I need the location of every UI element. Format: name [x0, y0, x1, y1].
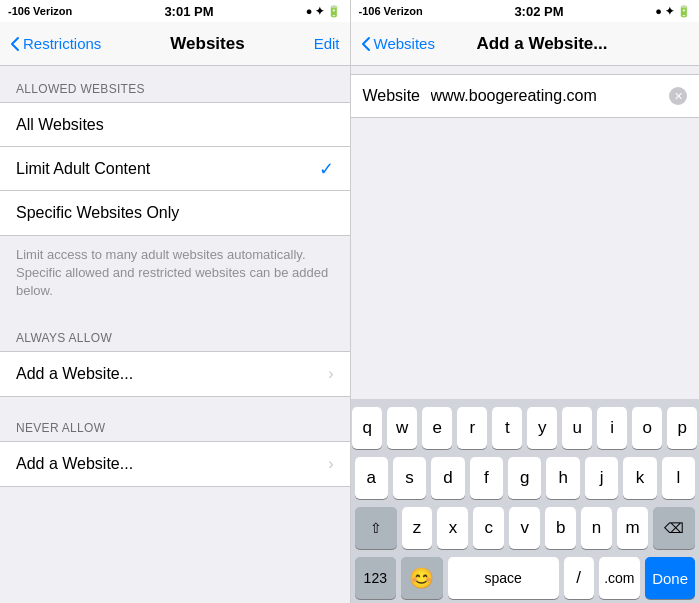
- left-nav-bar: Restrictions Websites Edit: [0, 22, 350, 66]
- keyboard-bottom-row: 123 😊 space / .com Done: [355, 557, 696, 599]
- restrictions-back-button[interactable]: Restrictions: [10, 35, 101, 52]
- done-key[interactable]: Done: [645, 557, 695, 599]
- always-allow-list: Add a Website... ›: [0, 351, 350, 397]
- keyboard-row-3: ⇧ z x c v b n m ⌫: [355, 507, 696, 549]
- key-w[interactable]: w: [387, 407, 417, 449]
- right-phone-panel: -106 Verizon 3:02 PM ● ✦ 🔋 Websites Add …: [350, 0, 700, 603]
- key-k[interactable]: k: [623, 457, 656, 499]
- left-time: 3:01 PM: [164, 4, 213, 19]
- never-allow-chevron-icon: ›: [328, 455, 333, 473]
- key-y[interactable]: y: [527, 407, 557, 449]
- key-u[interactable]: u: [562, 407, 592, 449]
- key-f[interactable]: f: [470, 457, 503, 499]
- backspace-key[interactable]: ⌫: [653, 507, 695, 549]
- key-e[interactable]: e: [422, 407, 452, 449]
- allowed-websites-header: ALLOWED WEBSITES: [0, 66, 350, 102]
- checkmark-icon: ✓: [319, 158, 334, 180]
- left-content: ALLOWED WEBSITES All Websites Limit Adul…: [0, 66, 350, 603]
- left-status-icons: ● ✦ 🔋: [306, 5, 342, 18]
- slash-key[interactable]: /: [564, 557, 594, 599]
- right-time: 3:02 PM: [514, 4, 563, 19]
- key-o[interactable]: o: [632, 407, 662, 449]
- key-b[interactable]: b: [545, 507, 576, 549]
- key-g[interactable]: g: [508, 457, 541, 499]
- edit-button[interactable]: Edit: [314, 35, 340, 52]
- always-allow-add-label: Add a Website...: [16, 365, 133, 383]
- left-carrier: -106 Verizon: [8, 5, 72, 17]
- key-s[interactable]: s: [393, 457, 426, 499]
- left-status-bar: -106 Verizon 3:01 PM ● ✦ 🔋: [0, 0, 350, 22]
- keyboard-row-1: q w e r t y u i o p: [355, 407, 696, 449]
- always-allow-add-item[interactable]: Add a Website... ›: [0, 352, 350, 396]
- right-back-label: Websites: [374, 35, 435, 52]
- key-l[interactable]: l: [662, 457, 695, 499]
- back-label: Restrictions: [23, 35, 101, 52]
- key-n[interactable]: n: [581, 507, 612, 549]
- keyboard-row-2: a s d f g h j k l: [355, 457, 696, 499]
- right-status-bar: -106 Verizon 3:02 PM ● ✦ 🔋: [351, 0, 700, 22]
- key-h[interactable]: h: [546, 457, 579, 499]
- right-back-chevron-icon: [361, 36, 371, 52]
- specific-websites-label: Specific Websites Only: [16, 204, 179, 222]
- website-input-label: Website: [363, 87, 423, 105]
- never-allow-list: Add a Website... ›: [0, 441, 350, 487]
- always-allow-header: ALWAYS ALLOW: [0, 315, 350, 351]
- key-x[interactable]: x: [437, 507, 468, 549]
- key-i[interactable]: i: [597, 407, 627, 449]
- right-nav-bar: Websites Add a Website...: [351, 22, 700, 66]
- all-websites-label: All Websites: [16, 116, 104, 134]
- right-status-icons: ● ✦ 🔋: [655, 5, 691, 18]
- shift-key[interactable]: ⇧: [355, 507, 397, 549]
- websites-back-button[interactable]: Websites: [361, 35, 435, 52]
- key-t[interactable]: t: [492, 407, 522, 449]
- right-carrier: -106 Verizon: [359, 5, 423, 17]
- left-nav-title: Websites: [170, 34, 244, 54]
- never-allow-add-item[interactable]: Add a Website... ›: [0, 442, 350, 486]
- key-v[interactable]: v: [509, 507, 540, 549]
- key-p[interactable]: p: [667, 407, 697, 449]
- hint-text: Limit access to many adult websites auto…: [0, 236, 350, 315]
- website-input[interactable]: [431, 87, 662, 105]
- key-q[interactable]: q: [352, 407, 382, 449]
- specific-websites-item[interactable]: Specific Websites Only: [0, 191, 350, 235]
- keyboard: q w e r t y u i o p a s d f g h j k l ⇧ …: [351, 399, 700, 603]
- key-c[interactable]: c: [473, 507, 504, 549]
- key-z[interactable]: z: [402, 507, 433, 549]
- website-input-row: Website ✕: [351, 74, 700, 118]
- emoji-key[interactable]: 😊: [401, 557, 443, 599]
- right-nav-title: Add a Website...: [476, 34, 607, 54]
- space-key[interactable]: space: [448, 557, 559, 599]
- key-m[interactable]: m: [617, 507, 648, 549]
- always-allow-chevron-icon: ›: [328, 365, 333, 383]
- limit-adult-label: Limit Adult Content: [16, 160, 150, 178]
- key-j[interactable]: j: [585, 457, 618, 499]
- clear-input-button[interactable]: ✕: [669, 87, 687, 105]
- all-websites-item[interactable]: All Websites: [0, 103, 350, 147]
- back-chevron-icon: [10, 36, 20, 52]
- never-allow-header: NEVER ALLOW: [0, 405, 350, 441]
- never-allow-add-label: Add a Website...: [16, 455, 133, 473]
- empty-area: [351, 118, 700, 399]
- allowed-websites-list: All Websites Limit Adult Content ✓ Speci…: [0, 102, 350, 236]
- numbers-key[interactable]: 123: [355, 557, 397, 599]
- key-a[interactable]: a: [355, 457, 388, 499]
- key-r[interactable]: r: [457, 407, 487, 449]
- left-phone-panel: -106 Verizon 3:01 PM ● ✦ 🔋 Restrictions …: [0, 0, 350, 603]
- limit-adult-content-item[interactable]: Limit Adult Content ✓: [0, 147, 350, 191]
- spacer-1: [0, 397, 350, 405]
- dotcom-key[interactable]: .com: [599, 557, 641, 599]
- key-d[interactable]: d: [431, 457, 464, 499]
